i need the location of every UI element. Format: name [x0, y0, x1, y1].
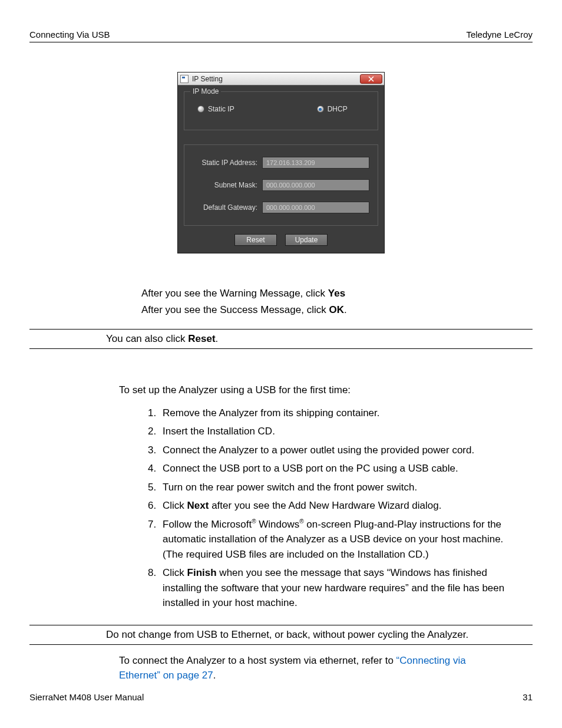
step-7: Follow the Microsoft® Windows® on-screen…: [159, 517, 509, 562]
note-reset: You can also click Reset.: [29, 329, 533, 349]
app-icon: [180, 75, 189, 83]
radio-static-label: Static IP: [208, 105, 234, 113]
step-6: Click Next after you see the Add New Har…: [159, 498, 509, 513]
step-1: Remove the Analyzer from its shipping co…: [159, 406, 509, 421]
step-8: Click Finish when you see the message th…: [159, 565, 509, 611]
reset-button[interactable]: Reset: [234, 234, 277, 246]
footer-page-number: 31: [523, 692, 533, 702]
dialog-title: IP Setting: [192, 75, 223, 83]
default-gateway-label: Default Gateway:: [193, 203, 257, 212]
ip-setting-dialog: IP Setting IP Mode Static IP DHCP: [177, 72, 385, 253]
step-2: Insert the Installation CD.: [159, 424, 509, 439]
ip-mode-group: IP Mode Static IP DHCP: [184, 91, 378, 130]
default-gateway-input[interactable]: [262, 202, 369, 213]
header-left: Connecting Via USB: [29, 29, 110, 39]
close-icon: [368, 76, 374, 82]
close-button[interactable]: [360, 74, 382, 84]
page-header: Connecting Via USB Teledyne LeCroy: [29, 29, 533, 42]
radio-icon: [317, 106, 324, 113]
titlebar[interactable]: IP Setting: [178, 73, 384, 85]
subnet-mask-label: Subnet Mask:: [193, 181, 257, 189]
footer-left: SierraNet M408 User Manual: [29, 692, 144, 702]
static-ip-input[interactable]: [262, 157, 369, 169]
warning-line: After you see the Warning Message, click…: [141, 286, 533, 301]
ethernet-ref: To connect the Analyzer to a host system…: [119, 653, 509, 683]
radio-icon: [197, 106, 204, 113]
static-ip-label: Static IP Address:: [193, 159, 257, 167]
setup-intro: To set up the Analyzer using a USB for t…: [119, 384, 533, 396]
header-right: Teledyne LeCroy: [466, 29, 533, 39]
step-4: Connect the USB port to a USB port on th…: [159, 461, 509, 476]
radio-dhcp[interactable]: DHCP: [317, 105, 348, 113]
ip-fields-group: Static IP Address: Subnet Mask: Default …: [184, 144, 378, 226]
note-power-cycle: Do not change from USB to Ethernet, or b…: [29, 625, 533, 645]
subnet-mask-input[interactable]: [262, 179, 369, 191]
setup-steps: Remove the Analyzer from its shipping co…: [159, 406, 509, 611]
ip-mode-legend: IP Mode: [190, 87, 221, 95]
update-button[interactable]: Update: [285, 234, 328, 246]
page-footer: SierraNet M408 User Manual 31: [29, 692, 533, 702]
radio-dhcp-label: DHCP: [328, 105, 348, 113]
success-line: After you see the Success Message, click…: [141, 302, 533, 318]
step-5: Turn on the rear power switch and the fr…: [159, 480, 509, 495]
step-3: Connect the Analyzer to a power outlet u…: [159, 443, 509, 458]
radio-static-ip[interactable]: Static IP: [197, 105, 234, 113]
